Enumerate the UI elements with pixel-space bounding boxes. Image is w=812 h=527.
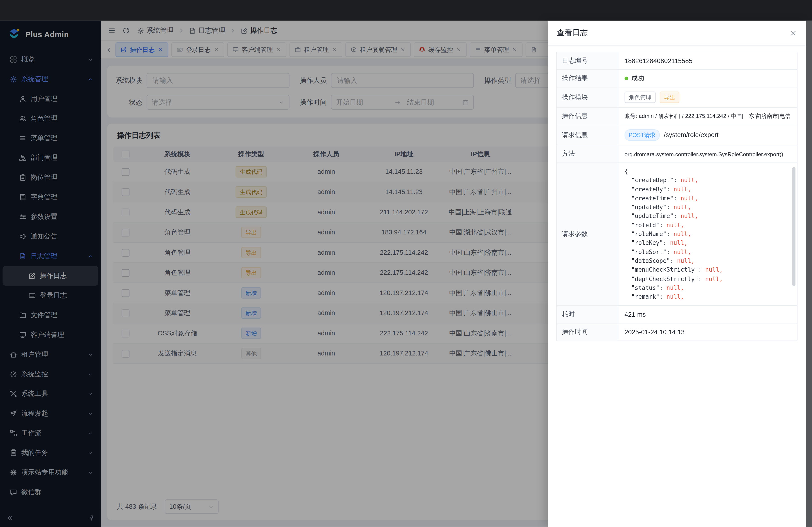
log-detail-table: 日志编号 1882612840802115585 操作结果 成功 操作模块 角色…: [556, 52, 798, 341]
operation-info-value: 账号: admin / 研发部门 / 222.175.114.242 / 中国|…: [618, 108, 797, 125]
detail-row-request: 请求信息 POST请求 /system/role/export: [557, 125, 797, 146]
detail-row-method: 方法 org.dromara.system.controller.system.…: [557, 146, 797, 163]
method-value: org.dromara.system.controller.system.Sys…: [618, 146, 797, 163]
view-log-drawer: 查看日志 日志编号 1882612840802115585 操作结果 成功 操作…: [548, 21, 806, 527]
post-method-tag: POST请求: [625, 130, 660, 141]
result-value: 成功: [631, 74, 644, 83]
operation-time-value: 2025-01-24 10:14:13: [618, 324, 797, 341]
log-id-value: 1882612840802115585: [618, 52, 797, 70]
request-params-code[interactable]: { "createDept": null, "createBy": null, …: [618, 163, 797, 305]
drawer-header: 查看日志: [548, 21, 806, 46]
page-scrollbar[interactable]: [806, 21, 812, 527]
detail-row-cost: 耗时 421 ms: [557, 306, 797, 324]
detail-row-params: 请求参数 { "createDept": null, "createBy": n…: [557, 163, 797, 306]
close-icon[interactable]: [790, 29, 797, 36]
module-tag: 角色管理: [625, 91, 656, 103]
detail-row-log-id: 日志编号 1882612840802115585: [557, 52, 797, 70]
success-dot-icon: [625, 77, 628, 80]
detail-row-info: 操作信息 账号: admin / 研发部门 / 222.175.114.242 …: [557, 108, 797, 125]
detail-row-time: 操作时间 2025-01-24 10:14:13: [557, 324, 797, 341]
drawer-body: 日志编号 1882612840802115585 操作结果 成功 操作模块 角色…: [548, 46, 806, 348]
request-url: /system/role/export: [664, 132, 719, 139]
window-chrome: [0, 0, 812, 21]
detail-row-result: 操作结果 成功: [557, 70, 797, 88]
cost-value: 421 ms: [618, 306, 797, 323]
drawer-title: 查看日志: [557, 28, 588, 38]
action-tag: 导出: [660, 91, 679, 103]
screen: Plus Admin 概览 系统管理 用户管理 角色管理 菜单管理 部门管理 岗…: [0, 0, 812, 527]
detail-row-module: 操作模块 角色管理 导出: [557, 88, 797, 108]
code-scrollbar[interactable]: [792, 167, 796, 286]
